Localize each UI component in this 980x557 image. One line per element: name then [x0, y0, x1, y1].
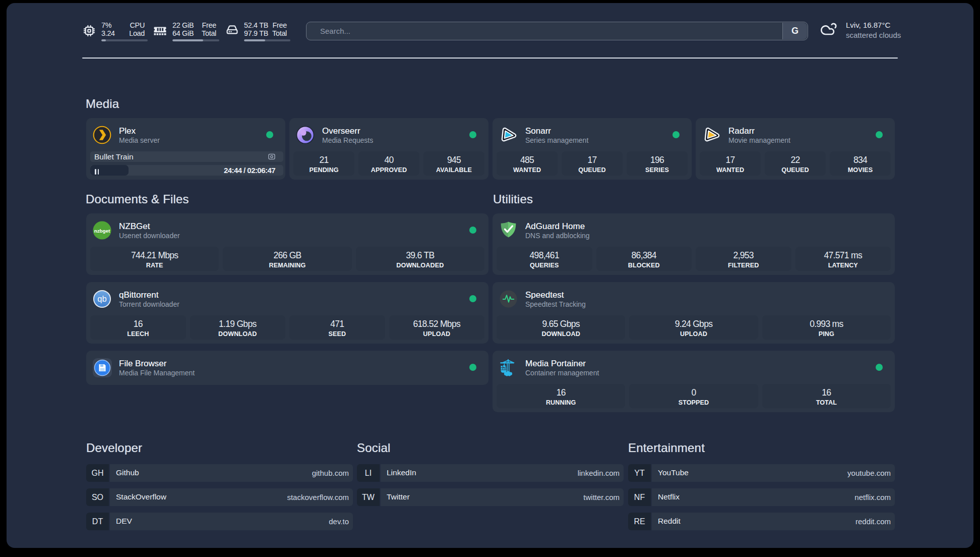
svg-text:nzbget: nzbget [94, 228, 110, 234]
svg-text:qb: qb [97, 294, 106, 304]
